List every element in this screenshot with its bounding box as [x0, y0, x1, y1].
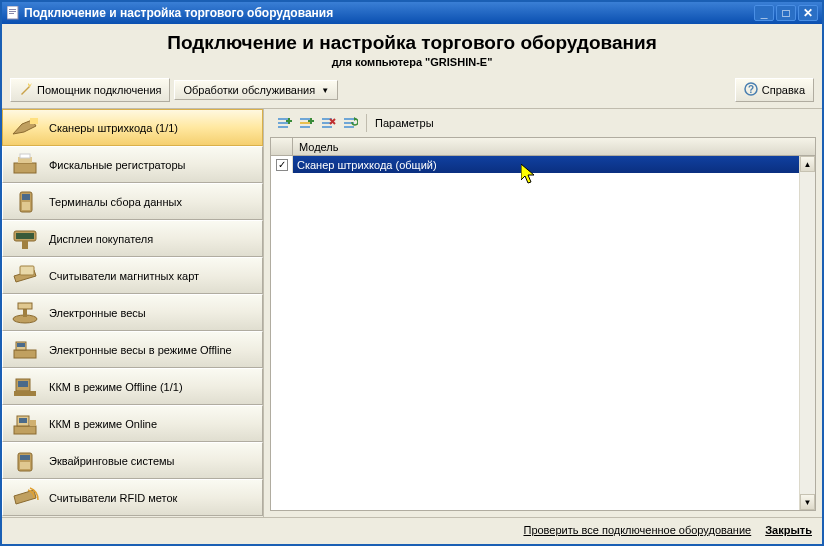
table-row[interactable]: ✓Сканер штрихкода (общий)	[271, 156, 815, 173]
svg-rect-0	[7, 6, 18, 19]
scale-icon	[9, 299, 41, 327]
grid-header: Модель	[271, 138, 815, 156]
data-grid[interactable]: Модель ✓Сканер штрихкода (общий) ▲ ▼	[270, 137, 816, 511]
svg-rect-33	[20, 455, 30, 460]
svg-rect-9	[14, 163, 36, 173]
sidebar-item-0[interactable]: Сканеры штрихкода (1/1)	[2, 109, 263, 146]
chevron-down-icon: ▼	[321, 86, 329, 95]
params-toolbar: Параметры	[264, 109, 822, 137]
document-icon	[6, 6, 20, 20]
sidebar-item-label: Фискальные регистраторы	[49, 159, 185, 171]
help-label: Справка	[762, 84, 805, 96]
vertical-scrollbar[interactable]: ▲ ▼	[799, 156, 815, 510]
sidebar-item-label: Считыватели магнитных карт	[49, 270, 199, 282]
svg-rect-11	[20, 154, 30, 158]
sidebar-item-5[interactable]: Электронные весы	[2, 294, 263, 331]
row-model-cell[interactable]: Сканер штрихкода (общий)	[293, 156, 815, 173]
svg-rect-26	[18, 381, 28, 387]
wizard-wand-icon	[19, 82, 33, 98]
svg-rect-14	[22, 202, 30, 210]
wizard-label: Помощник подключения	[37, 84, 161, 96]
sidebar-item-2[interactable]: Терминалы сбора данных	[2, 183, 263, 220]
window-title: Подключение и настройка торгового оборуд…	[24, 6, 754, 20]
close-link[interactable]: Закрыть	[765, 524, 812, 536]
svg-rect-50	[344, 118, 354, 120]
maintenance-label: Обработки обслуживания	[183, 84, 315, 96]
svg-rect-47	[322, 126, 332, 128]
verify-all-link[interactable]: Проверить все подключенное оборудование	[523, 524, 751, 536]
svg-rect-18	[20, 266, 34, 275]
sidebar-item-1[interactable]: Фискальные регистраторы	[2, 146, 263, 183]
sidebar-item-8[interactable]: ККМ в режиме Online	[2, 405, 263, 442]
sidebar-item-label: Терминалы сбора данных	[49, 196, 182, 208]
rfid-reader-icon	[9, 484, 41, 512]
footer: Проверить все подключенное оборудование …	[2, 518, 822, 544]
kkm-online-icon	[9, 410, 41, 438]
svg-rect-30	[19, 418, 27, 423]
sidebar-item-label: Электронные весы в режиме Offline	[49, 344, 232, 356]
svg-rect-22	[14, 350, 36, 358]
svg-text:?: ?	[748, 84, 754, 95]
svg-rect-1	[9, 9, 16, 10]
page-subtitle: для компьютера "GRISHIN-E"	[12, 56, 812, 68]
app-window: Подключение и настройка торгового оборуд…	[0, 0, 824, 546]
row-checkbox-cell[interactable]: ✓	[271, 156, 293, 173]
sidebar-item-3[interactable]: Дисплеи покупателя	[2, 220, 263, 257]
minimize-button[interactable]: _	[754, 5, 774, 21]
sidebar-item-label: Дисплеи покупателя	[49, 233, 153, 245]
card-reader-icon	[9, 262, 41, 290]
header: Подключение и настройка торгового оборуд…	[2, 24, 822, 74]
svg-rect-42	[300, 126, 310, 128]
sidebar-item-4[interactable]: Считыватели магнитных карт	[2, 257, 263, 294]
top-toolbar: Помощник подключения Обработки обслужива…	[2, 74, 822, 108]
toolbar-divider	[366, 114, 367, 132]
grid-body: ✓Сканер штрихкода (общий)	[271, 156, 815, 510]
barcode-scanner-icon	[9, 114, 41, 142]
maintenance-dropdown[interactable]: Обработки обслуживания ▼	[174, 80, 338, 100]
svg-rect-31	[30, 420, 36, 426]
svg-rect-16	[16, 233, 34, 239]
scroll-track[interactable]	[800, 172, 815, 494]
svg-rect-8	[30, 118, 38, 124]
titlebar[interactable]: Подключение и настройка торгового оборуд…	[2, 2, 822, 24]
params-label: Параметры	[375, 117, 434, 129]
connection-wizard-button[interactable]: Помощник подключения	[10, 78, 170, 102]
svg-rect-34	[20, 462, 30, 469]
delete-row-button[interactable]	[318, 113, 338, 133]
svg-rect-37	[278, 126, 288, 128]
fiscal-printer-icon	[9, 151, 41, 179]
grid-corner	[271, 138, 293, 156]
sidebar-item-10[interactable]: Считыватели RFID меток	[2, 479, 263, 516]
sidebar-item-label: Электронные весы	[49, 307, 146, 319]
svg-rect-40	[300, 118, 310, 120]
add-row-button[interactable]	[274, 113, 294, 133]
content: Сканеры штрихкода (1/1)Фискальные регист…	[2, 108, 822, 518]
maximize-button[interactable]: □	[776, 5, 796, 21]
close-button[interactable]: ✕	[798, 5, 818, 21]
window-controls: _ □ ✕	[754, 5, 818, 21]
right-pane: Параметры Модель ✓Сканер штрихкода (общи…	[264, 109, 822, 517]
acquiring-icon	[9, 447, 41, 475]
question-icon: ?	[744, 82, 758, 98]
column-header-model[interactable]: Модель	[293, 138, 815, 156]
sidebar-item-label: ККМ в режиме Offline (1/1)	[49, 381, 183, 393]
svg-rect-36	[278, 122, 288, 124]
sidebar-item-9[interactable]: Эквайринговые системы	[2, 442, 263, 479]
sidebar-item-6[interactable]: Электронные весы в режиме Offline	[2, 331, 263, 368]
sidebar-item-label: Эквайринговые системы	[49, 455, 175, 467]
scroll-up-button[interactable]: ▲	[800, 156, 815, 172]
sidebar: Сканеры штрихкода (1/1)Фискальные регист…	[2, 109, 264, 517]
page-title: Подключение и настройка торгового оборуд…	[12, 32, 812, 54]
help-button[interactable]: ? Справка	[735, 78, 814, 102]
refresh-button[interactable]	[340, 113, 360, 133]
svg-rect-13	[22, 194, 30, 200]
scroll-down-button[interactable]: ▼	[800, 494, 815, 510]
clone-row-button[interactable]	[296, 113, 316, 133]
svg-rect-17	[22, 241, 28, 249]
svg-rect-41	[300, 122, 310, 124]
sidebar-item-7[interactable]: ККМ в режиме Offline (1/1)	[2, 368, 263, 405]
svg-marker-53	[354, 117, 357, 121]
svg-marker-4	[21, 86, 30, 95]
checkbox[interactable]: ✓	[276, 159, 288, 171]
data-terminal-icon	[9, 188, 41, 216]
